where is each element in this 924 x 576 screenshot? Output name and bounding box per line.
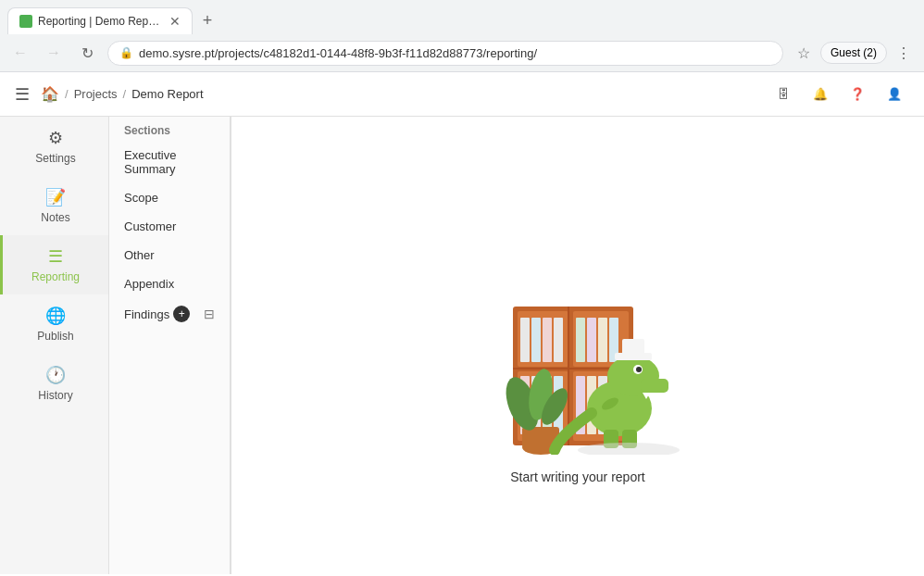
sidebar-label-publish: Publish <box>37 330 73 343</box>
svg-rect-30 <box>641 379 668 393</box>
svg-rect-13 <box>598 318 607 362</box>
add-finding-button[interactable]: + <box>173 306 190 322</box>
sidebar-label-settings: Settings <box>35 152 75 165</box>
refresh-button[interactable]: ↻ <box>74 40 100 66</box>
reporting-icon: ☰ <box>48 246 63 267</box>
sections-header: Sections <box>109 117 230 141</box>
svg-point-35 <box>636 367 642 372</box>
section-other[interactable]: Other <box>109 241 230 269</box>
section-scope[interactable]: Scope <box>109 183 230 212</box>
breadcrumb-current: Demo Report <box>131 87 203 101</box>
sidebar-item-history[interactable]: 🕐 History <box>0 354 108 413</box>
home-icon[interactable]: 🏠 <box>41 85 59 103</box>
notes-icon: 📝 <box>45 187 66 207</box>
bookmark-button[interactable]: ☆ <box>791 40 817 66</box>
active-tab[interactable]: Reporting | Demo Report | S... ✕ <box>7 7 193 34</box>
svg-rect-11 <box>576 318 585 362</box>
sidebar-label-history: History <box>38 389 72 402</box>
sidebar-item-reporting[interactable]: ☰ Reporting <box>0 235 108 294</box>
bell-icon: 🔔 <box>813 87 828 101</box>
lock-icon: 🔒 <box>119 46 133 59</box>
svg-marker-32 <box>650 393 657 399</box>
tab-close-btn[interactable]: ✕ <box>169 14 181 29</box>
svg-marker-33 <box>657 393 665 399</box>
archive-icon: 🗄 <box>778 87 790 101</box>
hamburger-icon[interactable]: ☰ <box>15 84 30 105</box>
svg-rect-12 <box>587 318 596 362</box>
new-tab-button[interactable]: + <box>196 10 219 32</box>
url-text: demo.sysre.pt/projects/c48182d1-0144-48f… <box>139 46 537 60</box>
back-button[interactable]: ← <box>7 40 33 66</box>
breadcrumb-sep-2: / <box>123 87 127 101</box>
section-executive-summary[interactable]: Executive Summary <box>109 141 230 183</box>
settings-icon: ⚙ <box>48 128 63 148</box>
breadcrumb-sep-1: / <box>65 87 69 101</box>
svg-rect-8 <box>531 318 541 362</box>
user-icon: 👤 <box>887 87 902 101</box>
user-button[interactable]: 👤 <box>880 80 909 109</box>
sidebar-item-notes[interactable]: 📝 Notes <box>0 176 108 235</box>
breadcrumb: 🏠 / Projects / Demo Report <box>41 85 204 103</box>
empty-state-text: Start writing your report <box>510 470 645 484</box>
tab-title: Reporting | Demo Report | S... <box>38 15 164 28</box>
sidebar-label-notes: Notes <box>41 211 69 224</box>
dino-illustration <box>467 251 689 455</box>
archive-button[interactable]: 🗄 <box>768 80 798 109</box>
findings-label: Findings <box>124 307 169 321</box>
profile-button[interactable]: Guest (2) <box>820 42 887 64</box>
section-appendix[interactable]: Appendix <box>109 269 230 298</box>
svg-rect-10 <box>554 318 563 362</box>
address-bar[interactable]: 🔒 demo.sysre.pt/projects/c48182d1-0144-4… <box>107 41 783 66</box>
guest-label: Guest (2) <box>830 46 877 59</box>
sidebar-item-publish[interactable]: 🌐 Publish <box>0 294 108 354</box>
tab-favicon <box>19 15 32 28</box>
sidebar-item-settings[interactable]: ⚙ Settings <box>0 117 108 176</box>
sort-findings-button[interactable]: ⊟ <box>204 307 215 321</box>
help-button[interactable]: ❓ <box>843 80 872 109</box>
main-content: Start writing your report <box>231 117 924 574</box>
help-icon: ❓ <box>850 87 865 101</box>
publish-icon: 🌐 <box>45 306 66 326</box>
svg-rect-7 <box>520 318 530 362</box>
findings-row: Findings + ⊟ <box>109 298 230 330</box>
forward-button[interactable]: → <box>41 40 67 66</box>
more-options-button[interactable]: ⋮ <box>891 40 917 66</box>
history-icon: 🕐 <box>45 365 66 385</box>
svg-rect-37 <box>622 339 644 356</box>
notifications-button[interactable]: 🔔 <box>805 80 835 109</box>
svg-rect-9 <box>543 318 552 362</box>
empty-state: Start writing your report <box>467 251 689 484</box>
section-customer[interactable]: Customer <box>109 212 230 241</box>
sidebar-label-reporting: Reporting <box>31 270 80 283</box>
breadcrumb-projects[interactable]: Projects <box>74 87 118 101</box>
